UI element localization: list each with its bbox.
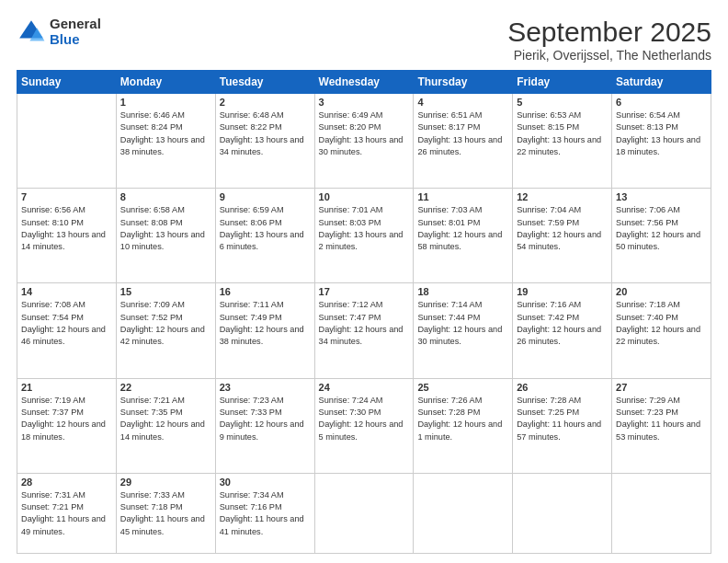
- day-number: 5: [517, 97, 608, 108]
- day-info: Sunrise: 6:51 AM Sunset: 8:17 PM Dayligh…: [417, 109, 508, 158]
- calendar-cell: [414, 473, 513, 553]
- calendar-cell: 9Sunrise: 6:59 AM Sunset: 8:06 PM Daylig…: [215, 189, 314, 283]
- day-number: 27: [616, 382, 707, 393]
- day-number: 11: [417, 191, 508, 202]
- calendar-cell: 17Sunrise: 7:12 AM Sunset: 7:47 PM Dayli…: [314, 283, 414, 378]
- title-block: September 2025 Pierik, Overijssel, The N…: [507, 17, 711, 63]
- weekday-header-row: SundayMondayTuesdayWednesdayThursdayFrid…: [17, 71, 711, 94]
- day-info: Sunrise: 7:04 AM Sunset: 7:59 PM Dayligh…: [517, 204, 608, 253]
- day-info: Sunrise: 7:21 AM Sunset: 7:35 PM Dayligh…: [120, 395, 211, 443]
- weekday-header-monday: Monday: [116, 71, 215, 94]
- day-number: 21: [21, 382, 112, 393]
- weekday-header-friday: Friday: [513, 71, 612, 94]
- calendar-cell: 25Sunrise: 7:26 AM Sunset: 7:28 PM Dayli…: [414, 378, 513, 473]
- day-info: Sunrise: 6:49 AM Sunset: 8:20 PM Dayligh…: [319, 109, 410, 158]
- day-info: Sunrise: 6:53 AM Sunset: 8:15 PM Dayligh…: [517, 109, 608, 158]
- logo-general: General: [50, 17, 101, 32]
- calendar-cell: 3Sunrise: 6:49 AM Sunset: 8:20 PM Daylig…: [314, 94, 414, 189]
- calendar-cell: 28Sunrise: 7:31 AM Sunset: 7:21 PM Dayli…: [17, 473, 117, 553]
- day-number: 28: [21, 477, 112, 488]
- header: General Blue September 2025 Pierik, Over…: [17, 17, 711, 63]
- calendar-cell: 30Sunrise: 7:34 AM Sunset: 7:16 PM Dayli…: [215, 473, 314, 553]
- day-number: 29: [120, 477, 211, 488]
- logo-text: General Blue: [50, 17, 101, 47]
- calendar-cell: 24Sunrise: 7:24 AM Sunset: 7:30 PM Dayli…: [314, 378, 414, 473]
- day-number: 22: [120, 382, 211, 393]
- calendar-cell: 1Sunrise: 6:46 AM Sunset: 8:24 PM Daylig…: [116, 94, 215, 189]
- week-row-5: 28Sunrise: 7:31 AM Sunset: 7:21 PM Dayli…: [17, 473, 711, 553]
- day-info: Sunrise: 7:31 AM Sunset: 7:21 PM Dayligh…: [21, 489, 112, 538]
- weekday-header-tuesday: Tuesday: [215, 71, 314, 94]
- day-info: Sunrise: 7:03 AM Sunset: 8:01 PM Dayligh…: [417, 204, 508, 253]
- day-info: Sunrise: 7:09 AM Sunset: 7:52 PM Dayligh…: [120, 299, 211, 348]
- calendar-cell: 21Sunrise: 7:19 AM Sunset: 7:37 PM Dayli…: [17, 378, 117, 473]
- week-row-4: 21Sunrise: 7:19 AM Sunset: 7:37 PM Dayli…: [17, 378, 711, 473]
- day-number: 13: [616, 191, 707, 202]
- weekday-header-sunday: Sunday: [17, 71, 117, 94]
- day-info: Sunrise: 7:23 AM Sunset: 7:33 PM Dayligh…: [220, 395, 311, 443]
- day-number: 15: [120, 286, 211, 297]
- day-info: Sunrise: 7:01 AM Sunset: 8:03 PM Dayligh…: [319, 204, 410, 253]
- day-info: Sunrise: 7:19 AM Sunset: 7:37 PM Dayligh…: [21, 395, 112, 443]
- location: Pierik, Overijssel, The Netherlands: [507, 48, 711, 63]
- day-info: Sunrise: 6:58 AM Sunset: 8:08 PM Dayligh…: [120, 204, 211, 253]
- day-number: 7: [21, 191, 112, 202]
- weekday-header-wednesday: Wednesday: [314, 71, 414, 94]
- day-number: 1: [120, 97, 211, 108]
- calendar-cell: 13Sunrise: 7:06 AM Sunset: 7:56 PM Dayli…: [612, 189, 711, 283]
- calendar-cell: 20Sunrise: 7:18 AM Sunset: 7:40 PM Dayli…: [612, 283, 711, 378]
- logo-icon: [17, 17, 46, 47]
- calendar-cell: [17, 94, 117, 189]
- day-number: 10: [319, 191, 410, 202]
- day-info: Sunrise: 7:11 AM Sunset: 7:49 PM Dayligh…: [220, 299, 311, 348]
- day-info: Sunrise: 7:14 AM Sunset: 7:44 PM Dayligh…: [417, 299, 508, 348]
- calendar-cell: 6Sunrise: 6:54 AM Sunset: 8:13 PM Daylig…: [612, 94, 711, 189]
- day-number: 9: [220, 191, 311, 202]
- day-info: Sunrise: 7:06 AM Sunset: 7:56 PM Dayligh…: [616, 204, 707, 253]
- day-info: Sunrise: 7:24 AM Sunset: 7:30 PM Dayligh…: [319, 395, 410, 443]
- calendar-cell: 27Sunrise: 7:29 AM Sunset: 7:23 PM Dayli…: [612, 378, 711, 473]
- calendar-cell: 15Sunrise: 7:09 AM Sunset: 7:52 PM Dayli…: [116, 283, 215, 378]
- calendar-cell: 4Sunrise: 6:51 AM Sunset: 8:17 PM Daylig…: [414, 94, 513, 189]
- calendar-cell: 18Sunrise: 7:14 AM Sunset: 7:44 PM Dayli…: [414, 283, 513, 378]
- calendar-cell: 10Sunrise: 7:01 AM Sunset: 8:03 PM Dayli…: [314, 189, 414, 283]
- day-info: Sunrise: 6:46 AM Sunset: 8:24 PM Dayligh…: [120, 109, 211, 158]
- day-info: Sunrise: 7:16 AM Sunset: 7:42 PM Dayligh…: [517, 299, 608, 348]
- day-info: Sunrise: 7:28 AM Sunset: 7:25 PM Dayligh…: [517, 395, 608, 443]
- day-number: 23: [220, 382, 311, 393]
- day-number: 30: [220, 477, 311, 488]
- day-number: 18: [417, 286, 508, 297]
- calendar-cell: 8Sunrise: 6:58 AM Sunset: 8:08 PM Daylig…: [116, 189, 215, 283]
- page: General Blue September 2025 Pierik, Over…: [0, 0, 728, 563]
- calendar-cell: 26Sunrise: 7:28 AM Sunset: 7:25 PM Dayli…: [513, 378, 612, 473]
- day-number: 2: [220, 97, 311, 108]
- logo: General Blue: [17, 17, 101, 47]
- calendar-cell: 14Sunrise: 7:08 AM Sunset: 7:54 PM Dayli…: [17, 283, 117, 378]
- day-number: 6: [616, 97, 707, 108]
- weekday-header-thursday: Thursday: [414, 71, 513, 94]
- week-row-3: 14Sunrise: 7:08 AM Sunset: 7:54 PM Dayli…: [17, 283, 711, 378]
- day-info: Sunrise: 7:29 AM Sunset: 7:23 PM Dayligh…: [616, 395, 707, 443]
- week-row-2: 7Sunrise: 6:56 AM Sunset: 8:10 PM Daylig…: [17, 189, 711, 283]
- day-number: 16: [220, 286, 311, 297]
- calendar-cell: [612, 473, 711, 553]
- day-number: 4: [417, 97, 508, 108]
- day-number: 20: [616, 286, 707, 297]
- calendar-cell: 23Sunrise: 7:23 AM Sunset: 7:33 PM Dayli…: [215, 378, 314, 473]
- calendar-cell: 7Sunrise: 6:56 AM Sunset: 8:10 PM Daylig…: [17, 189, 117, 283]
- week-row-1: 1Sunrise: 6:46 AM Sunset: 8:24 PM Daylig…: [17, 94, 711, 189]
- month-title: September 2025: [507, 17, 711, 48]
- day-info: Sunrise: 6:48 AM Sunset: 8:22 PM Dayligh…: [220, 109, 311, 158]
- day-number: 3: [319, 97, 410, 108]
- day-info: Sunrise: 7:18 AM Sunset: 7:40 PM Dayligh…: [616, 299, 707, 348]
- calendar-table: SundayMondayTuesdayWednesdayThursdayFrid…: [17, 70, 711, 554]
- day-number: 24: [319, 382, 410, 393]
- weekday-header-saturday: Saturday: [612, 71, 711, 94]
- day-info: Sunrise: 7:08 AM Sunset: 7:54 PM Dayligh…: [21, 299, 112, 348]
- day-number: 26: [517, 382, 608, 393]
- logo-blue: Blue: [50, 32, 101, 48]
- calendar-cell: 5Sunrise: 6:53 AM Sunset: 8:15 PM Daylig…: [513, 94, 612, 189]
- day-info: Sunrise: 7:33 AM Sunset: 7:18 PM Dayligh…: [120, 489, 211, 538]
- day-number: 19: [517, 286, 608, 297]
- day-number: 14: [21, 286, 112, 297]
